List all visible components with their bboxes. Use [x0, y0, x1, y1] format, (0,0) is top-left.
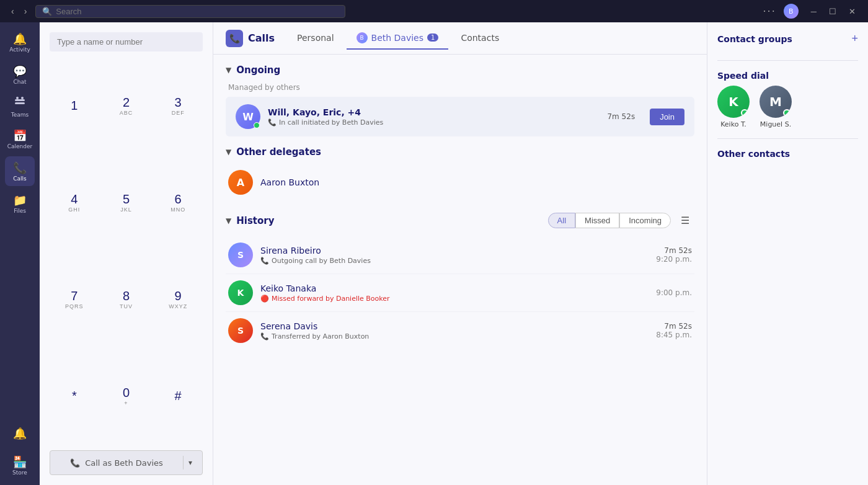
history-header: ▼ History All Missed Incoming ☰	[226, 212, 694, 229]
activity-icon: 🔔	[13, 32, 27, 45]
call-dropdown-button[interactable]: ▾	[183, 456, 197, 469]
search-icon: 🔍	[42, 7, 52, 16]
keiko-speed-dial-name: Keiko T.	[720, 120, 746, 128]
online-indicator	[254, 122, 260, 128]
filter-all-button[interactable]: All	[548, 213, 575, 228]
other-contacts-section: Other contacts	[717, 149, 858, 164]
dialer-key-6[interactable]: 6 MNO	[153, 156, 203, 250]
aaron-buxton-avatar: A	[228, 170, 253, 195]
svg-rect-1	[15, 102, 25, 104]
ongoing-toggle[interactable]: ▼	[226, 66, 231, 74]
sidebar-item-store[interactable]: 🏪 Store	[5, 450, 35, 480]
dialer-key-8[interactable]: 8 TUV	[102, 252, 151, 347]
delegates-toggle[interactable]: ▼	[226, 148, 231, 156]
join-button[interactable]: Join	[650, 109, 684, 125]
dialer-key-7[interactable]: 7 PQRS	[50, 252, 99, 347]
dialer-input[interactable]	[50, 32, 203, 51]
sirena-ribeiro-time: 9:20 p.m.	[656, 255, 692, 264]
tab-beth-davies[interactable]: B Beth Davies 1	[347, 27, 449, 50]
tab-personal[interactable]: Personal	[287, 28, 344, 49]
transferred-call-icon: 📞	[260, 332, 269, 340]
history-section: ▼ History All Missed Incoming ☰ S S	[226, 212, 694, 349]
delegates-section: ▼ Other delegates A Aaron Buxton	[226, 146, 694, 200]
sirena-ribeiro-sub-text: Outgoing call by Beth Davies	[272, 257, 371, 265]
keiko-tanaka-sub: 🔴 Missed forward by Danielle Booker	[260, 295, 649, 303]
dialer-key-9[interactable]: 9 WXYZ	[153, 252, 203, 347]
sirena-ribeiro-info: Sirena Ribeiro 📞 Outgoing call by Beth D…	[260, 246, 649, 265]
sirena-ribeiro-time-col: 7m 52s 9:20 p.m.	[656, 246, 692, 264]
sirena-ribeiro-duration: 7m 52s	[656, 246, 692, 255]
chat-icon: 💬	[13, 65, 27, 78]
calendar-icon: 📅	[13, 129, 27, 142]
minimize-button[interactable]: ─	[806, 6, 822, 17]
history-filters: All Missed Incoming	[548, 213, 671, 228]
more-options[interactable]: ···	[763, 6, 776, 17]
history-title: History	[236, 215, 274, 226]
sidebar-item-activity[interactable]: 🔔 Activity	[5, 27, 35, 57]
sidebar-item-notifications[interactable]: 🔔	[5, 418, 35, 448]
tab-contacts[interactable]: Contacts	[451, 28, 509, 49]
dialer-key-0[interactable]: 0 +	[102, 349, 151, 443]
other-contacts-header: Other contacts	[717, 149, 858, 159]
call-button-label: Call as Beth Davies	[85, 458, 163, 468]
store-icon: 🏪	[13, 455, 27, 468]
contacts-tab-label: Contacts	[461, 33, 499, 43]
keiko-tanaka-sub-text: Missed forward by Danielle Booker	[272, 295, 390, 303]
close-button[interactable]: ✕	[844, 6, 861, 17]
ongoing-call-name: Will, Kayo, Eric, +4	[268, 107, 600, 117]
dialer-key-1[interactable]: 1	[50, 59, 99, 153]
serena-davis-name: Serena Davis	[260, 321, 649, 331]
user-avatar[interactable]: B	[784, 4, 799, 19]
filter-missed-button[interactable]: Missed	[575, 213, 619, 228]
history-item-keiko: K Keiko Tanaka 🔴 Missed forward by Danie…	[226, 274, 694, 312]
dialer-key-star[interactable]: *	[50, 349, 99, 443]
title-bar: ‹ › 🔍 ··· B ─ ☐ ✕	[0, 0, 868, 22]
miguel-speed-dial-name: Miguel S.	[760, 120, 791, 128]
dialer-key-3[interactable]: 3 DEF	[153, 59, 203, 153]
right-panel: Contact groups + Speed dial K Keiko T.	[707, 22, 868, 485]
contact-groups-header: Contact groups +	[717, 32, 858, 45]
sidebar-item-files-label: Files	[14, 208, 26, 214]
bell-icon: 🔔	[13, 427, 27, 440]
beth-davies-tab-label: Beth Davies	[371, 33, 423, 43]
personal-tab-label: Personal	[297, 33, 334, 43]
speed-dial-miguel[interactable]: M Miguel S.	[760, 86, 792, 128]
nav-back-button[interactable]: ‹	[7, 4, 18, 19]
speed-dial-header: Speed dial	[717, 71, 858, 81]
delegates-section-header: ▼ Other delegates	[226, 146, 694, 158]
search-input[interactable]	[56, 7, 339, 16]
filter-options-button[interactable]: ☰	[676, 212, 694, 229]
call-as-button[interactable]: 📞 Call as Beth Davies ▾	[50, 450, 203, 475]
filter-incoming-button[interactable]: Incoming	[619, 213, 671, 228]
search-bar[interactable]: 🔍	[35, 5, 345, 18]
speed-dial-keiko[interactable]: K Keiko T.	[717, 86, 750, 128]
add-contact-group-button[interactable]: +	[851, 32, 858, 45]
aaron-buxton-name: Aaron Buxton	[260, 177, 319, 187]
serena-davis-time-col: 7m 52s 8:45 p.m.	[656, 322, 692, 339]
main-content: ▼ Ongoing Managed by others W Will, Kayo…	[213, 55, 707, 485]
dialer-key-4[interactable]: 4 GHI	[50, 156, 99, 250]
sidebar-item-calendar[interactable]: 📅 Calender	[5, 124, 35, 154]
ongoing-call-sub-text: In call initiated by Beth Davies	[279, 118, 383, 127]
history-toggle[interactable]: ▼	[226, 216, 231, 225]
contact-groups-title: Contact groups	[717, 34, 792, 44]
serena-davis-sub: 📞 Transferred by Aaron Buxton	[260, 332, 649, 340]
serena-davis-sub-text: Transferred by Aaron Buxton	[272, 332, 369, 340]
app-body: 🔔 Activity 💬 Chat Teams 📅 Calender 📞	[0, 22, 868, 485]
ongoing-section-header: ▼ Ongoing	[226, 65, 694, 76]
sidebar-item-files[interactable]: 📁 Files	[5, 189, 35, 218]
divider-1	[717, 60, 858, 61]
dialer-key-5[interactable]: 5 JKL	[102, 156, 151, 250]
dialer-key-hash[interactable]: #	[153, 349, 203, 443]
calls-header-label: Calls	[248, 32, 275, 44]
teams-icon	[14, 96, 26, 110]
sidebar-item-activity-label: Activity	[9, 47, 30, 53]
sidebar-item-calls-label: Calls	[13, 176, 27, 182]
call-sub-icon: 📞	[268, 118, 277, 127]
nav-forward-button[interactable]: ›	[20, 4, 31, 19]
sidebar-item-chat[interactable]: 💬 Chat	[5, 60, 35, 89]
dialer-key-2[interactable]: 2 ABC	[102, 59, 151, 153]
sidebar-item-calls[interactable]: 📞 Calls	[5, 156, 35, 186]
sidebar-item-teams[interactable]: Teams	[5, 92, 35, 122]
maximize-button[interactable]: ☐	[824, 6, 841, 17]
